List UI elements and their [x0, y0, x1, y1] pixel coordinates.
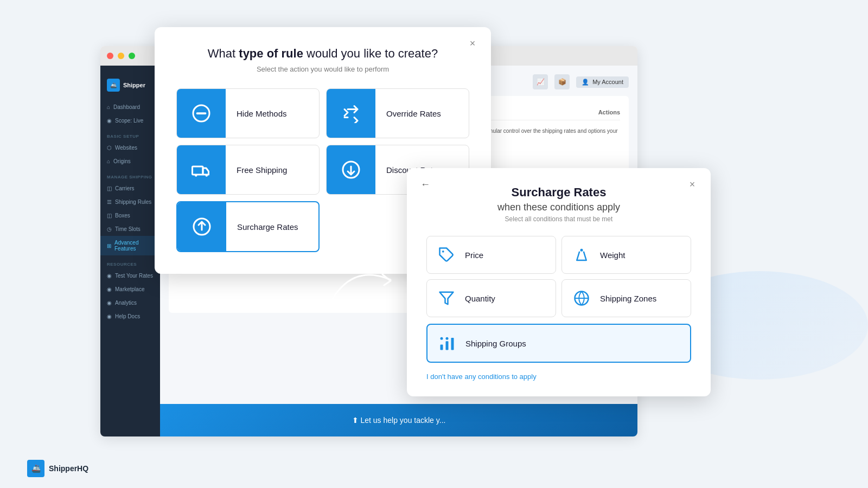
advanced-icon: ⊞	[107, 243, 111, 249]
sidebar-item-origins[interactable]: ⌂ Origins	[100, 155, 160, 168]
bottom-logo: 🚢 ShipperHQ	[27, 460, 88, 477]
override-rates-icon-bg	[327, 89, 375, 138]
surcharge-modal-subtitle: when these conditions apply	[426, 202, 691, 213]
browser-dot-red[interactable]	[107, 53, 113, 59]
analytics-icon: ◉	[107, 300, 112, 306]
modal-rule-type-close-button[interactable]: ×	[465, 36, 480, 51]
rule-option-hide-methods[interactable]: Hide Methods	[176, 88, 320, 138]
resources-label: RESOURCES	[100, 255, 160, 269]
surcharge-modal-title: Surcharge Rates	[426, 185, 691, 200]
free-shipping-label: Free Shipping	[226, 165, 298, 175]
svg-rect-10	[441, 345, 443, 350]
condition-grid: Price Weight Quantity	[426, 236, 691, 317]
condition-shipping-zones[interactable]: Shipping Zones	[561, 279, 691, 317]
price-icon	[436, 244, 457, 266]
sidebar-item-label: Websites	[115, 145, 137, 151]
modal-surcharge-back-button[interactable]: ←	[418, 177, 433, 192]
weight-scale-icon	[573, 247, 590, 263]
quantity-filter-icon	[436, 287, 457, 309]
origins-icon: ⌂	[107, 158, 110, 164]
weight-icon	[571, 244, 592, 266]
carriers-icon: ◫	[107, 185, 112, 191]
bottom-banner: ⬆ Let us help you tackle y...	[160, 404, 637, 436]
sidebar: 🚢 Shipper ⌂ Dashboard ◉ Scope: Live BASI…	[100, 66, 160, 436]
free-shipping-icon-bg	[177, 145, 226, 194]
sidebar-item-label: Help Docs	[115, 313, 140, 319]
sidebar-item-label: Advanced Features	[114, 240, 154, 252]
sidebar-item-carriers[interactable]: ◫ Carriers	[100, 182, 160, 195]
account-button[interactable]: 👤 My Account	[576, 76, 629, 88]
hide-methods-label: Hide Methods	[226, 109, 298, 118]
sidebar-logo: 🚢 Shipper	[100, 74, 160, 100]
browser-dot-yellow[interactable]	[118, 53, 124, 59]
sidebar-item-label: Analytics	[115, 300, 137, 306]
rule-option-free-shipping[interactable]: Free Shipping	[176, 145, 320, 195]
sidebar-item-label: Scope: Live	[115, 118, 143, 124]
condition-price[interactable]: Price	[426, 236, 556, 274]
sidebar-item-label: Time Slots	[115, 226, 141, 232]
boxes-icon: ◫	[107, 213, 112, 219]
surcharge-rates-label: Surcharge Rates	[226, 222, 309, 232]
svg-rect-13	[441, 337, 443, 340]
rule-option-override-rates[interactable]: Override Rates	[326, 88, 469, 138]
time-slots-icon: ◷	[107, 226, 112, 232]
sidebar-item-label: Dashboard	[113, 104, 140, 110]
sidebar-item-advanced-features[interactable]: ⊞ Advanced Features	[100, 236, 160, 255]
svg-rect-14	[446, 337, 449, 340]
sidebar-item-label: Marketplace	[115, 286, 144, 292]
svg-point-7	[442, 251, 444, 253]
sidebar-item-time-slots[interactable]: ◷ Time Slots	[100, 222, 160, 236]
sidebar-item-label: Boxes	[115, 213, 130, 219]
truck-icon	[192, 160, 211, 179]
sidebar-item-shipping-rules[interactable]: ☰ Shipping Rules	[100, 195, 160, 209]
modal-surcharge-close-button[interactable]: ×	[685, 177, 700, 192]
discount-rates-icon-bg	[327, 145, 375, 194]
bottom-logo-text: ShipperHQ	[49, 464, 88, 473]
sidebar-item-test-rates[interactable]: ◉ Test Your Rates	[100, 269, 160, 282]
svg-rect-11	[446, 341, 449, 350]
websites-icon: ⬡	[107, 145, 112, 151]
logo-icon: 🚢	[107, 79, 120, 92]
sidebar-item-help-docs[interactable]: ◉ Help Docs	[100, 310, 160, 323]
sidebar-item-boxes[interactable]: ◫ Boxes	[100, 209, 160, 222]
shipping-groups-label: Shipping Groups	[465, 339, 526, 348]
filter-icon	[438, 290, 455, 306]
shipping-rules-icon: ☰	[107, 199, 112, 205]
svg-rect-12	[451, 338, 454, 350]
sidebar-item-dashboard[interactable]: ⌂ Dashboard	[100, 100, 160, 114]
sidebar-item-analytics[interactable]: ◉ Analytics	[100, 296, 160, 310]
shipping-zones-icon	[571, 287, 592, 309]
sidebar-item-label: Shipping Rules	[115, 199, 151, 205]
svg-point-3	[195, 174, 197, 177]
box-icon[interactable]: 📦	[554, 74, 570, 89]
sidebar-item-label: Test Your Rates	[115, 273, 153, 279]
browser-dot-green[interactable]	[129, 53, 135, 59]
weight-label: Weight	[600, 251, 625, 260]
surcharge-modal-desc: Select all conditions that must be met	[426, 215, 691, 223]
tag-icon	[438, 247, 455, 263]
condition-shipping-groups[interactable]: Shipping Groups	[426, 324, 691, 363]
modal-rule-type-subtitle: Select the action you would like to perf…	[176, 65, 469, 73]
override-rates-label: Override Rates	[375, 109, 452, 118]
arrow-down-circle-icon	[341, 160, 361, 179]
hide-methods-icon-bg	[177, 89, 226, 138]
modal-rule-type-title: What type of rule would you like to crea…	[176, 47, 469, 61]
dashboard-icon: ⌂	[107, 104, 110, 110]
bottom-logo-icon: 🚢	[27, 460, 44, 477]
manage-shipping-label: MANAGE SHIPPING	[100, 168, 160, 182]
sidebar-item-marketplace[interactable]: ◉ Marketplace	[100, 282, 160, 296]
chart-icon[interactable]: 📈	[533, 74, 548, 89]
svg-marker-8	[440, 292, 454, 305]
shuffle-icon	[341, 104, 361, 123]
rule-option-surcharge-rates[interactable]: Surcharge Rates	[176, 201, 320, 252]
price-label: Price	[465, 251, 483, 260]
shipping-groups-icon	[436, 332, 458, 354]
sidebar-item-scope[interactable]: ◉ Scope: Live	[100, 114, 160, 127]
sidebar-item-websites[interactable]: ⬡ Websites	[100, 141, 160, 155]
minus-icon	[192, 104, 211, 123]
condition-quantity[interactable]: Quantity	[426, 279, 556, 317]
no-conditions-link[interactable]: I don't have any conditions to apply	[426, 373, 537, 381]
sidebar-logo-text: Shipper	[123, 82, 145, 88]
basic-setup-label: BASIC SETUP	[100, 127, 160, 141]
condition-weight[interactable]: Weight	[561, 236, 691, 274]
